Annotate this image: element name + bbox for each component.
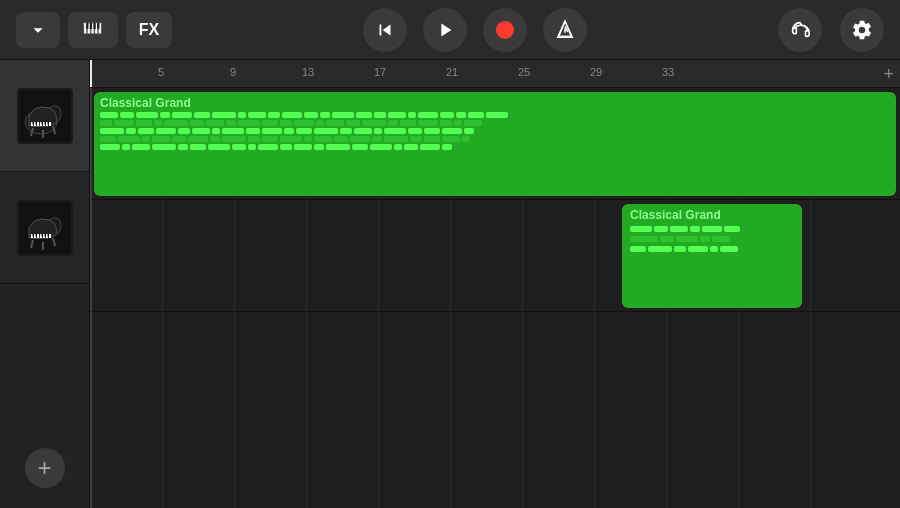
svg-rect-8 xyxy=(93,22,95,28)
ruler-mark-5: 5 xyxy=(158,66,164,78)
ruler-mark-17: 17 xyxy=(374,66,386,78)
svg-rect-42 xyxy=(41,234,43,237)
svg-rect-18 xyxy=(37,122,39,126)
track-thumbnail-2 xyxy=(17,200,73,256)
svg-rect-27 xyxy=(47,122,49,125)
ruler: 5 9 13 17 21 25 29 33 + xyxy=(90,60,900,88)
timeline-area: 5 9 13 17 21 25 29 33 + xyxy=(90,60,900,508)
svg-rect-6 xyxy=(90,22,92,28)
clip-classical-grand-1[interactable]: Classical Grand xyxy=(94,92,896,196)
ruler-mark-9: 9 xyxy=(230,66,236,78)
dropdown-button[interactable] xyxy=(16,12,60,48)
ruler-mark-21: 21 xyxy=(446,66,458,78)
svg-rect-44 xyxy=(47,234,49,237)
track-header-2[interactable] xyxy=(0,172,89,284)
track-header-1[interactable] xyxy=(0,60,89,172)
track-row-2: Classical Grand xyxy=(90,200,900,312)
add-measures-button[interactable]: + xyxy=(883,64,894,85)
track-row-1: Classical Grand xyxy=(90,88,900,200)
svg-rect-7 xyxy=(97,22,99,28)
toolbar: FX xyxy=(0,0,900,60)
svg-rect-43 xyxy=(44,234,46,237)
main-content: + 5 9 13 17 21 25 29 33 + xyxy=(0,60,900,508)
ruler-mark-13: 13 xyxy=(302,66,314,78)
chevron-down-icon xyxy=(27,19,49,41)
add-track-label: + xyxy=(37,454,51,482)
rewind-button[interactable] xyxy=(363,8,407,52)
loop-icon xyxy=(789,19,811,41)
clip-classical-grand-2[interactable]: Classical Grand xyxy=(622,204,802,308)
play-icon xyxy=(434,19,456,41)
toolbar-right xyxy=(778,8,884,52)
svg-rect-41 xyxy=(35,234,37,237)
metronome-icon xyxy=(554,19,576,41)
settings-icon xyxy=(851,19,873,41)
track-list: + xyxy=(0,60,90,508)
grand-piano-icon-2 xyxy=(19,202,71,254)
svg-rect-35 xyxy=(37,234,39,238)
loop-button[interactable] xyxy=(778,8,822,52)
transport-controls xyxy=(363,8,587,52)
piano-keys-button[interactable] xyxy=(68,12,118,48)
svg-rect-5 xyxy=(86,22,88,28)
rewind-icon xyxy=(374,19,396,41)
ruler-numbers: 5 9 13 17 21 25 29 33 + xyxy=(90,60,900,87)
ruler-mark-33: 33 xyxy=(662,66,674,78)
svg-rect-22 xyxy=(49,122,51,126)
add-track-area: + xyxy=(0,284,89,508)
canvas-playhead xyxy=(90,88,92,508)
ruler-mark-25: 25 xyxy=(518,66,530,78)
midi-notes-1 xyxy=(100,112,890,188)
record-indicator xyxy=(496,21,514,39)
track-thumbnail-1 xyxy=(17,88,73,144)
piano-keys-icon xyxy=(82,19,104,41)
midi-notes-2 xyxy=(630,226,794,286)
add-track-button[interactable]: + xyxy=(25,448,65,488)
svg-rect-26 xyxy=(44,122,46,125)
clip-label-1: Classical Grand xyxy=(100,96,890,110)
clip-label-2: Classical Grand xyxy=(630,208,794,222)
svg-rect-23 xyxy=(32,122,34,125)
grand-piano-icon-1 xyxy=(19,90,71,142)
record-button[interactable] xyxy=(483,8,527,52)
ruler-mark-29: 29 xyxy=(590,66,602,78)
fx-label: FX xyxy=(139,21,159,39)
metronome-button[interactable] xyxy=(543,8,587,52)
svg-rect-25 xyxy=(41,122,43,125)
settings-button[interactable] xyxy=(840,8,884,52)
play-button[interactable] xyxy=(423,8,467,52)
fx-button[interactable]: FX xyxy=(126,12,172,48)
playhead xyxy=(90,60,92,87)
toolbar-left: FX xyxy=(16,12,172,48)
svg-rect-40 xyxy=(32,234,34,237)
tracks-canvas: Classical Grand xyxy=(90,88,900,508)
svg-rect-24 xyxy=(35,122,37,125)
svg-rect-39 xyxy=(49,234,51,238)
